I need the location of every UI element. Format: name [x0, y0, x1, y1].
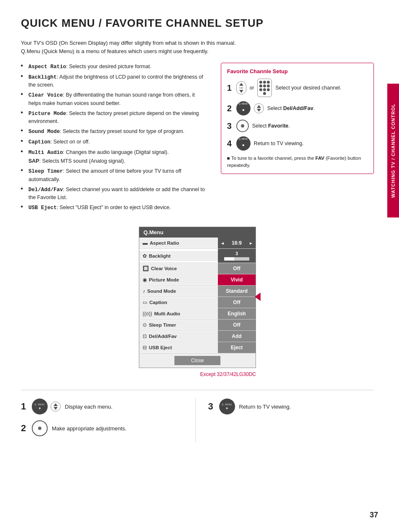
nav-ud-icon — [254, 103, 264, 113]
fav-note: ■ To tune to a favorite channel, press t… — [227, 155, 368, 169]
list-item: Del/Add/Fav: Select channel you want to … — [21, 186, 208, 201]
fav-step-3: 3 Select Favorite. — [227, 120, 368, 132]
feature-list: Aspect Ratio: Selects your desired pictu… — [21, 63, 208, 212]
qmenu-arrow-indicator — [255, 293, 263, 302]
step3-icons: Q. MENU ● — [219, 399, 235, 414]
page-number: 37 — [370, 511, 378, 519]
page-title: QUICK MENU / FAVORITE CHANNEL SETUP — [21, 17, 374, 30]
bottom-left: 1 Q. MENU ● Display each menu. 2 — [21, 399, 196, 442]
qmenu-btn-icon-3: Q. MENU ● — [219, 399, 235, 414]
bottom-step-1: 1 Q. MENU ● Display each menu. — [21, 399, 187, 414]
qmenu-button-icon: Q. MENU ● — [236, 101, 251, 115]
qmenu-button-icon-4: Q. MENU ● — [236, 136, 251, 151]
qmenu-close-row: Close — [139, 353, 256, 368]
side-tab: WATCHING TV / CHANNEL CONTROL — [387, 84, 399, 217]
bottom-right: 3 Q. MENU ● Return to TV viewing. — [196, 399, 374, 442]
qmenu-btn-icon: Q. MENU ● — [32, 399, 48, 414]
qmenu-row-multiaudio: ((o)) Multi Audio English — [139, 308, 256, 320]
qmenu-row-sleeptimer: ⊙ Sleep Timer Off — [139, 320, 256, 331]
fav-box-title: Favorite Channle Setup — [227, 68, 368, 74]
numpad-icon — [257, 79, 272, 97]
bottom-step3-text: Return to TV viewing. — [239, 404, 291, 410]
qmenu-except-note: Except 32/37/42LG30DC — [139, 371, 256, 377]
list-item: Backlight: Adjust the brightness of LCD … — [21, 73, 208, 89]
bottom-step-2: 2 Make appropriate adjustments. — [21, 420, 187, 436]
bottom-step1-text: Display each menu. — [65, 404, 113, 410]
fav-step-4: 4 Q. MENU ● Return to TV viewing. — [227, 136, 368, 151]
intro-text: Your TV's OSD (On Screen Display) may di… — [21, 39, 374, 55]
fav-step-1: 1 CH or Select your desi — [227, 79, 368, 97]
list-item: Aspect Ratio: Selects your desired pictu… — [21, 63, 208, 71]
bottom-step-3: 3 Q. MENU ● Return to TV viewing. — [208, 399, 374, 414]
list-item: Multi Audio: Changes the audio language … — [21, 148, 208, 165]
backlight-bar — [224, 257, 249, 261]
dial-icon — [236, 120, 249, 132]
qmenu-row-picturemode: ◉ Picture Mode Vivid — [139, 274, 256, 286]
qmenu-row-caption: ▭ Caption Off — [139, 297, 256, 308]
qmenu-header: Q.Menu — [139, 227, 256, 238]
list-item: Picture Mode: Selects the factory preset… — [21, 110, 208, 125]
qmenu-section: Q.Menu ▬ Aspect Ratio ◄ 16:9 ► — [21, 227, 374, 377]
svg-marker-0 — [255, 293, 261, 301]
nav-ud-icon-b1 — [51, 402, 61, 412]
fav-box: Favorite Channle Setup 1 CH or — [221, 63, 374, 174]
ch-nav-icon: CH — [236, 81, 246, 95]
step2-icons — [32, 420, 48, 436]
list-item: Sound Mode: Selects the factory preset s… — [21, 128, 208, 136]
fav-step-2: 2 Q. MENU ● Select Del/Add/Fav. — [227, 101, 368, 115]
list-item: Sleep Timer: Select the amount of time b… — [21, 167, 208, 183]
list-item: Caption: Select on or off. — [21, 138, 208, 146]
qmenu-row-aspect: ▬ Aspect Ratio ◄ 16:9 ► — [139, 238, 256, 249]
step1-icons: Q. MENU ● — [32, 399, 61, 414]
qmenu-row-soundmode: ♪ Sound Mode Standard — [139, 286, 256, 297]
qmenu-close-button[interactable]: Close — [174, 356, 221, 365]
qmenu-box: Q.Menu ▬ Aspect Ratio ◄ 16:9 ► — [139, 227, 256, 368]
qmenu-row-usbeject: ⊟ USB Eject Eject — [139, 342, 256, 353]
qmenu-row-deladdfav: ⊡ Del/Add/Fav Add — [139, 331, 256, 342]
qmenu-row-backlight: ✿ Backlight 3 — [139, 249, 256, 263]
bottom-step2-text: Make appropriate adjustments. — [52, 425, 126, 432]
list-item: Clear Voice: By differentiating the huma… — [21, 91, 208, 107]
bottom-section: 1 Q. MENU ● Display each menu. 2 — [21, 390, 374, 442]
dial-icon-b2 — [32, 420, 48, 436]
list-item: USB Eject: Select "USB Eject" in order t… — [21, 204, 208, 212]
qmenu-row-clearvoice: 🔲 Clear Voice Off — [139, 263, 256, 274]
